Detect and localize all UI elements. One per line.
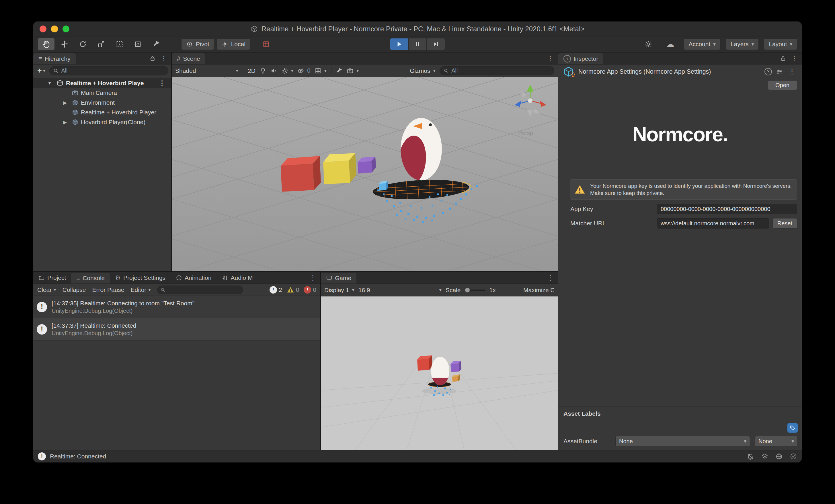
play-button[interactable] [390,38,408,50]
yellow-cube[interactable] [323,153,357,184]
asset-label-tag-button[interactable] [788,423,798,433]
asset-labels-header[interactable]: Asset Labels [558,407,802,420]
error-pause-toggle[interactable]: Error Pause [92,287,124,293]
tab-game[interactable]: Game [321,273,357,284]
tab-animation[interactable]: Animation [170,272,217,284]
scene-viewport[interactable]: Persp [172,77,558,271]
grid-visibility-dropdown[interactable]: ▾ [314,67,327,74]
component-header[interactable]: {} Normcore App Settings (Normcore App S… [558,64,802,79]
step-button[interactable] [427,38,445,50]
status-bar[interactable]: ! Realtime: Connected [33,450,802,462]
move-tool-button[interactable] [56,38,73,50]
tab-hierarchy[interactable]: ≡Hierarchy [33,53,76,64]
panel-menu-icon[interactable]: ⋮ [789,55,799,63]
lock-icon[interactable] [149,55,156,62]
scene-camera-dropdown[interactable]: ▾ [347,67,359,74]
layers-stack-icon[interactable] [761,453,769,460]
display-dropdown[interactable]: Display 1▾ [324,287,354,294]
toggle-2d-button[interactable]: 2D [248,67,256,74]
presets-icon[interactable] [776,68,783,75]
foldout-expanded-icon[interactable]: ▼ [45,81,54,86]
assetbundle-variant-dropdown[interactable]: None▾ [755,436,798,446]
hierarchy-item-realtime-player[interactable]: Realtime + Hoverbird Player [33,107,171,117]
panel-menu-icon[interactable]: ⋮ [545,274,555,282]
collapse-toggle[interactable]: Collapse [62,287,86,293]
rect-tool-button[interactable] [111,38,128,50]
error-count-toggle[interactable]: !0 [304,286,316,294]
foldout-collapsed-icon[interactable]: ▶ [61,120,69,125]
app-key-input[interactable]: 00000000-0000-0000-0000-000000000000 [657,204,797,214]
red-cube[interactable] [281,156,321,192]
matcher-url-input[interactable]: wss://default.normcore.normalvr.com [657,218,769,229]
scene-menu-icon[interactable]: ⋮ [157,79,167,87]
maximize-on-play-toggle[interactable]: Maximize On Play [523,287,554,294]
minimize-window-button[interactable] [51,25,58,33]
tab-scene[interactable]: #Scene [172,53,205,64]
zoom-window-button[interactable] [62,25,69,33]
info-count-toggle[interactable]: !2 [269,286,282,294]
log-entry[interactable]: ! [14:37:37] Realtime: ConnectedUnityEng… [33,318,320,341]
game-canvas[interactable] [321,296,558,450]
hand-tool-button[interactable] [38,38,55,50]
local-toggle-button[interactable]: Local [217,38,250,50]
panel-menu-icon[interactable]: ⋮ [159,55,169,63]
panel-menu-icon[interactable]: ⋮ [545,55,555,63]
tab-project-settings[interactable]: ⚙Project Settings [110,272,170,284]
title-bar[interactable]: Realtime + Hoverbird Player - Normcore P… [33,21,802,36]
reset-button[interactable]: Reset [773,218,797,229]
layout-dropdown[interactable]: Layout▾ [764,38,797,50]
bell-off-icon[interactable] [747,453,754,460]
game-viewport[interactable] [321,296,558,450]
hierarchy-item-environment[interactable]: ▶ Environment [33,98,171,107]
lock-icon[interactable] [780,55,786,62]
scale-track[interactable] [465,290,485,291]
component-menu-icon[interactable]: ⋮ [787,68,797,76]
hierarchy-item-hoverbird-clone[interactable]: ▶ Hoverbird Player(Clone) [33,117,171,127]
tab-project[interactable]: Project [33,272,71,284]
scene-root-row[interactable]: ▼ Realtime + Hoverbird Playe ⋮ [33,78,171,88]
globe-icon[interactable] [775,453,783,460]
layers-dropdown[interactable]: Layers▾ [726,38,759,50]
log-entry[interactable]: ! [14:37:35] Realtime: Connecting to roo… [33,296,320,318]
scale-tool-button[interactable] [93,38,109,50]
blue-cube[interactable] [379,181,388,191]
hierarchy-search-input[interactable]: All [49,66,168,76]
foldout-collapsed-icon[interactable]: ▶ [61,100,69,105]
perspective-label[interactable]: Persp [518,130,533,136]
scene-lighting-button[interactable] [260,67,266,74]
scale-slider[interactable]: Scale1x [446,287,496,294]
create-object-button[interactable]: +▾ [36,66,46,75]
tab-audio-mixer[interactable]: Audio M [217,272,258,284]
assetbundle-dropdown[interactable]: None▾ [615,436,750,446]
open-button[interactable]: Open [768,80,797,90]
aspect-ratio-dropdown[interactable]: 16:9▾ [359,287,442,294]
check-circle-icon[interactable] [790,453,797,460]
tab-console[interactable]: ≡Console [71,273,110,284]
scene-visibility-button[interactable]: 0 [297,67,310,74]
scale-knob[interactable] [465,288,470,292]
hierarchy-item-main-camera[interactable]: Main Camera [33,88,171,98]
account-dropdown[interactable]: Account▾ [684,38,720,50]
scene-tools-button[interactable] [336,67,343,74]
pivot-toggle-button[interactable]: Pivot [181,38,214,50]
editor-dropdown[interactable]: Editor▾ [131,287,151,293]
close-window-button[interactable] [40,25,46,33]
console-search-input[interactable] [157,286,243,294]
scene-3d-canvas[interactable]: Persp [172,77,558,271]
collab-cloud-button[interactable]: ☁ [662,38,678,50]
panel-menu-icon[interactable]: ⋮ [308,274,318,282]
scene-search-input[interactable]: All [440,66,554,76]
rotate-tool-button[interactable] [75,38,91,50]
pause-button[interactable] [408,38,427,50]
scene-fx-dropdown[interactable]: ▾ [281,67,293,74]
clear-button[interactable]: Clear▾ [37,287,56,293]
tab-inspector[interactable]: iInspector [558,53,603,64]
snap-grid-button[interactable] [258,38,274,50]
activity-indicator-button[interactable] [640,38,657,50]
warning-count-toggle[interactable]: 0 [287,286,299,294]
shading-mode-dropdown[interactable]: Shaded▾ [175,67,238,74]
custom-tool-button[interactable] [148,38,165,50]
transform-tool-button[interactable] [129,38,146,50]
help-icon[interactable]: ? [765,68,772,76]
gizmos-dropdown[interactable]: Gizmos▾ [410,67,435,74]
